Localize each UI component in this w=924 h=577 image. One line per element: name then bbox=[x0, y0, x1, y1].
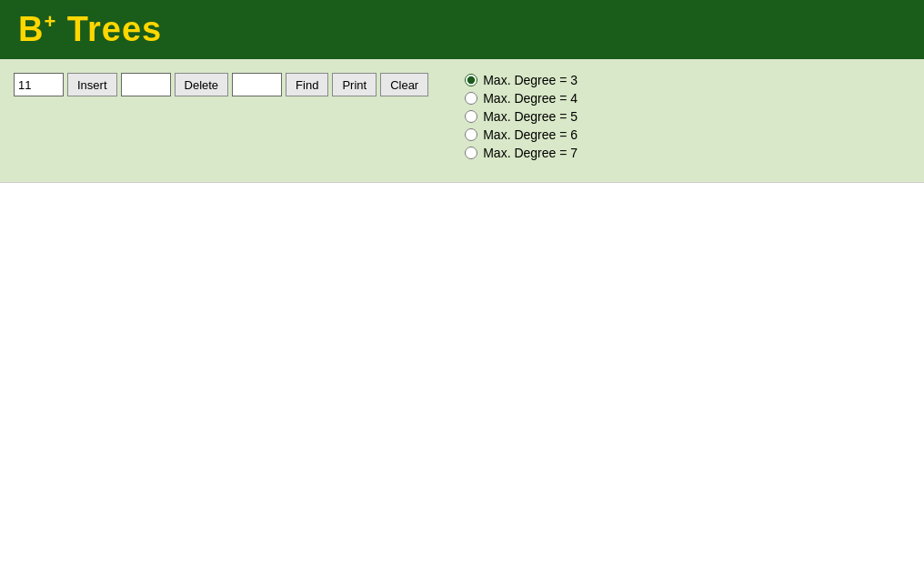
print-button[interactable]: Print bbox=[332, 73, 377, 96]
app-title: B+ Trees bbox=[18, 10, 162, 49]
find-input[interactable] bbox=[232, 73, 282, 96]
radio-degree-6[interactable] bbox=[465, 128, 477, 141]
right-controls: Max. Degree = 3 Max. Degree = 4 Max. Deg… bbox=[465, 73, 578, 160]
insert-button[interactable]: Insert bbox=[67, 73, 117, 96]
insert-input[interactable] bbox=[14, 73, 64, 96]
find-button[interactable]: Find bbox=[286, 73, 328, 96]
title-superscript: + bbox=[44, 10, 56, 33]
radio-label-7: Max. Degree = 7 bbox=[483, 146, 578, 160]
radio-label-4: Max. Degree = 4 bbox=[483, 91, 578, 106]
left-controls: Insert Delete Find Print Clear bbox=[14, 73, 428, 96]
radio-row-5: Max. Degree = 5 bbox=[465, 109, 578, 124]
clear-button[interactable]: Clear bbox=[380, 73, 428, 96]
radio-label-6: Max. Degree = 6 bbox=[483, 127, 578, 142]
tree-canvas bbox=[0, 182, 924, 577]
radio-row-4: Max. Degree = 4 bbox=[465, 91, 578, 106]
delete-button[interactable]: Delete bbox=[175, 73, 229, 96]
radio-row-6: Max. Degree = 6 bbox=[465, 127, 578, 142]
radio-degree-5[interactable] bbox=[465, 110, 477, 123]
radio-degree-4[interactable] bbox=[465, 92, 477, 105]
controls-bar: Insert Delete Find Print Clear Max. Degr… bbox=[0, 59, 924, 182]
radio-row-7: Max. Degree = 7 bbox=[465, 146, 578, 160]
radio-label-5: Max. Degree = 5 bbox=[483, 109, 578, 124]
delete-input[interactable] bbox=[121, 73, 171, 96]
radio-degree-7[interactable] bbox=[465, 147, 477, 159]
radio-label-3: Max. Degree = 3 bbox=[483, 73, 578, 87]
radio-degree-3[interactable] bbox=[465, 74, 477, 86]
app-header: B+ Trees bbox=[0, 0, 924, 59]
radio-row-3: Max. Degree = 3 bbox=[465, 73, 578, 87]
